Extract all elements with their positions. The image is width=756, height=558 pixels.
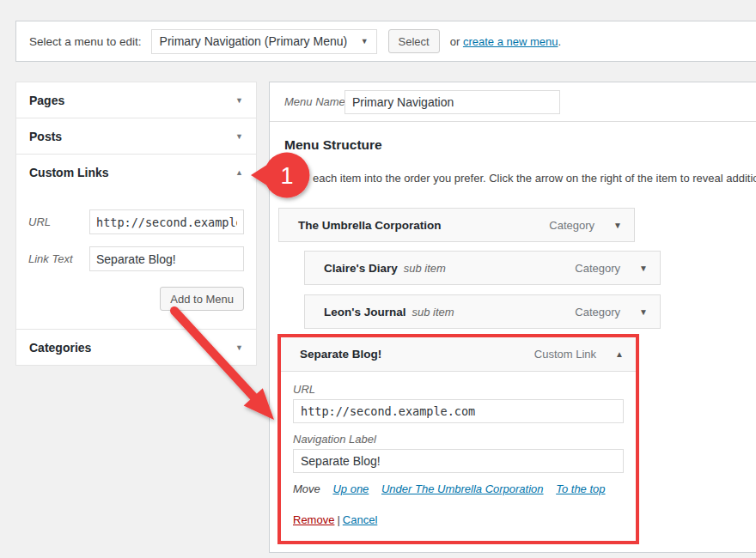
menu-select-value: Primary Navigation (Primary Menu) (160, 34, 348, 48)
menu-item-title: Claire's Diary (324, 262, 398, 275)
menu-select-toolbar: Select a menu to edit: Primary Navigatio… (15, 21, 756, 62)
sub-item-label: sub item (404, 262, 446, 275)
menu-item-type: Custom Link (534, 348, 596, 361)
move-under-umbrella-link[interactable]: Under The Umbrella Corporation (381, 482, 544, 495)
chevron-down-icon[interactable]: ▼ (613, 221, 622, 230)
navigation-label-label: Navigation Label (293, 433, 624, 446)
or-text: or create a new menu. (450, 35, 561, 48)
accordion-categories-label: Categories (29, 341, 91, 355)
custom-links-panel: URL Link Text Add to Menu (15, 190, 257, 330)
link-text-label: Link Text (28, 252, 89, 265)
accordion-pages-label: Pages (29, 94, 64, 107)
chevron-up-icon[interactable]: ▲ (615, 349, 624, 359)
menu-item-separate-blog-expanded: Separate Blog! Custom Link ▲ URL Navigat… (277, 334, 639, 544)
separator: | (337, 513, 339, 526)
move-label: Move (293, 482, 320, 495)
menu-item-type: Category (575, 306, 620, 318)
chevron-down-icon[interactable]: ▼ (639, 264, 648, 273)
navigation-label-input[interactable] (293, 449, 624, 473)
menu-item-settings: URL Navigation Label Move Up one Under T… (281, 372, 636, 541)
menu-item-title: Separate Blog! (300, 348, 381, 361)
cancel-link[interactable]: Cancel (343, 513, 377, 526)
sub-item-label: sub item (412, 306, 454, 318)
item-url-input[interactable] (293, 399, 624, 423)
menu-select-dropdown[interactable]: Primary Navigation (Primary Menu) ▼ (151, 29, 377, 54)
menu-name-input[interactable] (344, 90, 560, 114)
remove-link[interactable]: Remove (293, 513, 334, 526)
url-label: URL (293, 383, 624, 396)
link-text-input[interactable] (89, 246, 244, 271)
accordion-pages[interactable]: Pages ▼ (15, 82, 257, 118)
move-up-one-link[interactable]: Up one (332, 482, 369, 495)
accordion-custom-links-label: Custom Links (29, 166, 109, 179)
menu-item-title: The Umbrella Corporation (298, 219, 442, 232)
select-menu-label: Select a menu to edit: (29, 35, 142, 48)
accordion-custom-links[interactable]: Custom Links ▲ (15, 154, 257, 191)
menu-item-leons-journal[interactable]: Leon's Journal sub item Category ▼ (304, 294, 661, 329)
menu-name-label: Menu Name (284, 95, 345, 108)
accordion-posts[interactable]: Posts ▼ (15, 118, 257, 155)
menu-item-separate-blog[interactable]: Separate Blog! Custom Link ▲ (281, 337, 636, 372)
item-actions-row: Remove|Cancel (293, 513, 624, 526)
chevron-down-icon: ▼ (235, 343, 243, 352)
move-row: Move Up one Under The Umbrella Corporati… (293, 482, 624, 495)
menu-item-title: Leon's Journal (324, 306, 405, 318)
chevron-down-icon: ▼ (235, 132, 243, 141)
add-menu-items-sidebar: Pages ▼ Posts ▼ Custom Links ▲ URL Link … (15, 82, 257, 366)
menu-structure-heading: Menu Structure (284, 137, 382, 153)
accordion-categories[interactable]: Categories ▼ (15, 329, 257, 366)
menu-item-type: Category (549, 219, 594, 232)
menu-name-row: Menu Name (270, 82, 756, 122)
wordpress-menus-page: Select a menu to edit: Primary Navigatio… (0, 0, 756, 558)
url-input[interactable] (89, 209, 244, 234)
menu-structure-description: each item into the order you prefer. Cli… (313, 172, 756, 185)
select-button[interactable]: Select (388, 29, 440, 53)
menu-editor-panel: Menu Name Menu Structure each item into … (269, 82, 756, 553)
url-label: URL (28, 215, 89, 228)
menu-item-type: Category (575, 262, 620, 275)
menu-item-claires-diary[interactable]: Claire's Diary sub item Category ▼ (304, 251, 661, 285)
chevron-up-icon: ▲ (235, 168, 243, 177)
chevron-down-icon: ▼ (361, 37, 369, 45)
chevron-down-icon: ▼ (235, 96, 243, 105)
add-to-menu-button[interactable]: Add to Menu (160, 287, 244, 311)
move-to-top-link[interactable]: To the top (556, 482, 605, 495)
chevron-down-icon[interactable]: ▼ (639, 307, 648, 317)
create-new-menu-link[interactable]: create a new menu (463, 35, 558, 48)
menu-item-umbrella-corporation[interactable]: The Umbrella Corporation Category ▼ (278, 208, 635, 242)
accordion-posts-label: Posts (29, 130, 62, 143)
